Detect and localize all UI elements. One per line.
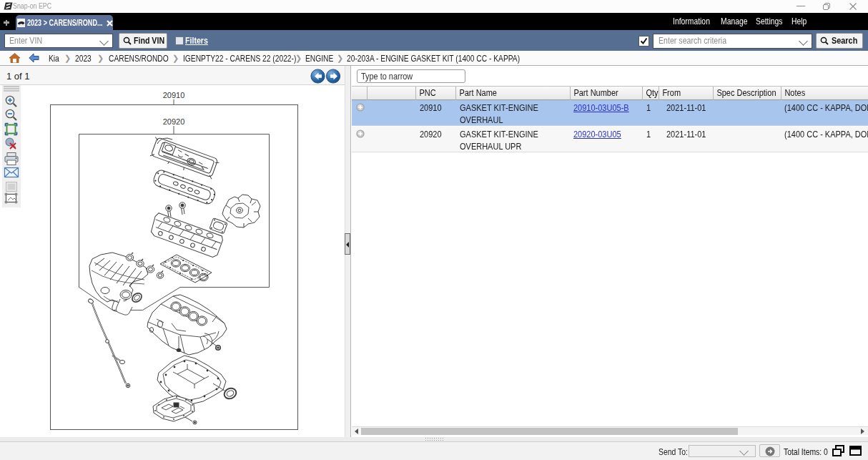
svg-text:20910: 20910	[163, 91, 185, 99]
svg-text:20920: 20920	[163, 117, 185, 126]
